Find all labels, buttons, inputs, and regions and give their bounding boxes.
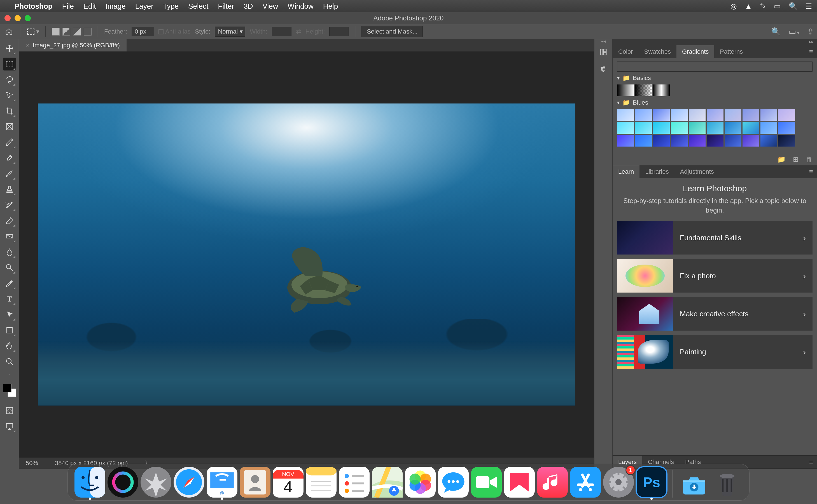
dock-calendar[interactable]: NOV 4 — [273, 467, 304, 498]
gradient-swatch[interactable] — [760, 135, 777, 147]
gradient-swatch[interactable] — [617, 122, 634, 134]
menu-image[interactable]: Image — [105, 2, 125, 11]
dock-maps[interactable] — [372, 467, 403, 498]
gradient-swatch[interactable] — [617, 109, 634, 121]
app-name[interactable]: Photoshop — [15, 2, 53, 11]
quick-mask-button[interactable] — [3, 404, 16, 417]
tab-color[interactable]: Color — [612, 45, 639, 58]
gradient-swatch[interactable] — [778, 109, 795, 121]
dock-finder[interactable] — [74, 467, 105, 498]
learn-card-fundamentals[interactable]: Fundamental Skills › — [617, 221, 813, 255]
gradient-search-input[interactable] — [617, 62, 813, 72]
brush-tool[interactable] — [3, 167, 16, 180]
history-panel-icon[interactable] — [599, 48, 607, 58]
cc-status-icon[interactable]: ◎ — [731, 2, 737, 11]
selection-add-button[interactable] — [62, 28, 70, 36]
tab-swatches[interactable]: Swatches — [639, 45, 677, 58]
spotlight-icon[interactable]: 🔍 — [789, 2, 798, 11]
gradient-swatch[interactable] — [671, 135, 688, 147]
gradient-swatch[interactable] — [635, 122, 652, 134]
menu-layer[interactable]: Layer — [135, 2, 153, 11]
gradient-swatch[interactable] — [653, 135, 670, 147]
control-center-icon[interactable]: ☰ — [806, 2, 812, 11]
menu-filter[interactable]: Filter — [218, 2, 234, 11]
style-select[interactable]: Normal — [215, 27, 245, 37]
color-wells[interactable] — [3, 384, 16, 397]
menu-file[interactable]: File — [62, 2, 74, 11]
quick-select-tool[interactable] — [3, 89, 16, 102]
dock-downloads[interactable] — [679, 467, 710, 498]
dock-settings[interactable]: 1 — [603, 467, 634, 498]
tab-adjustments[interactable]: Adjustments — [675, 165, 720, 178]
panel-menu-icon[interactable]: ≡ — [805, 45, 817, 58]
close-tab-icon[interactable]: × — [26, 42, 29, 49]
dock-appstore[interactable] — [570, 467, 601, 498]
learn-card-painting[interactable]: Painting › — [617, 335, 813, 369]
zoom-window-button[interactable] — [25, 15, 31, 21]
gradient-swatch[interactable] — [617, 135, 634, 147]
gradient-swatch[interactable] — [653, 109, 670, 121]
gradient-swatch[interactable] — [653, 122, 670, 134]
selection-intersect-button[interactable] — [84, 28, 91, 36]
gradient-swatch[interactable] — [707, 122, 724, 134]
menu-help[interactable]: Help — [323, 2, 338, 11]
tab-libraries[interactable]: Libraries — [640, 165, 674, 178]
dock-reminders[interactable] — [339, 467, 370, 498]
dock-facetime[interactable] — [471, 467, 502, 498]
gradient-swatch[interactable] — [635, 84, 652, 96]
close-window-button[interactable] — [4, 15, 11, 21]
eyedropper-tool[interactable] — [3, 136, 16, 149]
dock-photoshop[interactable]: Ps — [636, 467, 667, 498]
menu-type[interactable]: Type — [163, 2, 178, 11]
gradient-swatch[interactable] — [689, 122, 706, 134]
history-brush-tool[interactable] — [3, 199, 16, 211]
lasso-tool[interactable] — [3, 73, 16, 86]
dock-photos[interactable] — [405, 467, 436, 498]
gradient-swatch[interactable] — [671, 109, 688, 121]
gradient-swatch[interactable] — [743, 122, 759, 134]
gradient-swatch[interactable] — [707, 109, 724, 121]
type-tool[interactable]: T — [3, 293, 16, 305]
select-and-mask-button[interactable]: Select and Mask... — [362, 26, 423, 37]
displays-icon[interactable]: ▭ — [774, 2, 781, 11]
share-icon[interactable]: ⇪ — [807, 27, 814, 36]
gradient-folder-basics[interactable]: ▾ 📁 Basics — [617, 74, 813, 82]
new-group-icon[interactable]: 📁 — [777, 156, 786, 163]
dock-messages[interactable] — [438, 467, 469, 498]
gradient-tool[interactable] — [3, 230, 16, 243]
eraser-tool[interactable] — [3, 214, 16, 227]
gradient-swatch[interactable] — [617, 84, 634, 96]
healing-tool[interactable] — [3, 152, 16, 164]
dock-news[interactable] — [504, 467, 535, 498]
zoom-tool[interactable] — [3, 355, 16, 368]
input-menu-icon[interactable]: ✎ — [760, 2, 766, 11]
learn-card-creative-effects[interactable]: Make creative effects › — [617, 297, 813, 331]
menu-window[interactable]: Window — [288, 2, 313, 11]
new-gradient-icon[interactable]: ⊞ — [793, 156, 799, 163]
gradient-swatch[interactable] — [760, 109, 777, 121]
learn-card-fix-photo[interactable]: Fix a photo › — [617, 259, 813, 293]
expand-panels-icon[interactable]: ◂◂ — [594, 39, 612, 44]
dock-notes[interactable] — [306, 467, 337, 498]
dodge-tool[interactable] — [3, 261, 16, 274]
gradient-swatch[interactable] — [635, 135, 652, 147]
path-select-tool[interactable] — [3, 308, 16, 321]
gradient-swatch[interactable] — [778, 135, 795, 147]
stamp-tool[interactable] — [3, 183, 16, 196]
marquee-tool[interactable] — [3, 58, 16, 70]
collapse-panels-icon[interactable]: ▸▸ — [612, 39, 817, 45]
canvas[interactable] — [19, 51, 594, 458]
gradient-swatch[interactable] — [725, 109, 741, 121]
gradient-swatch[interactable] — [635, 109, 652, 121]
gradient-folder-blues[interactable]: ▾ 📁 Blues — [617, 99, 813, 106]
gradient-swatch[interactable] — [689, 109, 706, 121]
minimize-window-button[interactable] — [15, 15, 21, 21]
screen-mode-button[interactable] — [3, 420, 16, 433]
chat-status-icon[interactable]: ▲ — [745, 2, 752, 11]
panel-menu-icon[interactable]: ≡ — [805, 165, 817, 178]
properties-panel-icon[interactable] — [599, 65, 607, 75]
crop-tool[interactable] — [3, 105, 16, 117]
gradient-swatch[interactable] — [653, 84, 670, 96]
feather-input[interactable] — [131, 27, 154, 36]
selection-subtract-button[interactable] — [73, 28, 81, 36]
